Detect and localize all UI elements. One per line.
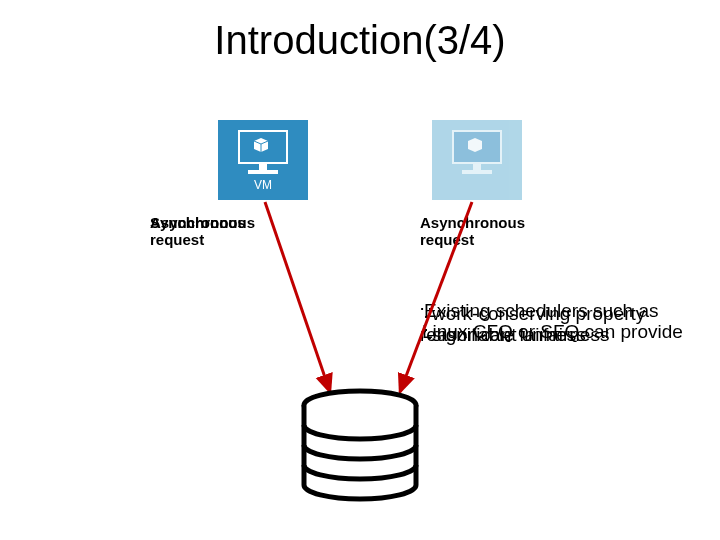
blurb-line4-wrap: reasonable fairness ∴significant unfairn… [420,324,720,346]
arrows-layer [0,0,720,540]
svg-marker-2 [468,138,482,152]
slide-title: Introduction(3/4) [0,18,720,63]
slide: Introduction(3/4) VM Asynchronous Synchr… [0,0,720,540]
req-right-line1: Asynchronous [420,214,525,231]
vm-left-label: VM [254,178,272,192]
arrow-left [265,202,330,392]
scheduler-blurb: Existing schedulers such as ∵work-conser… [422,300,720,345]
disk-icon [304,391,416,499]
cube-icon [468,138,482,152]
svg-point-3 [304,391,416,419]
req-left-sync-overlay: Synchronous [150,214,246,231]
req-right-line2: request [420,231,525,248]
monitor-icon [452,130,502,164]
monitor-base [248,170,278,174]
blurb-line4: ∴significant unfairness [420,324,609,345]
request-label-left: Asynchronous Synchronous request [150,214,204,248]
vm-right [432,120,522,200]
monitor-icon [238,130,288,164]
monitor-base [462,170,492,174]
req-left-line2: request [150,231,204,248]
request-label-right: Asynchronous request [420,214,525,249]
cube-icon [254,138,268,152]
vm-left: VM [218,120,308,200]
